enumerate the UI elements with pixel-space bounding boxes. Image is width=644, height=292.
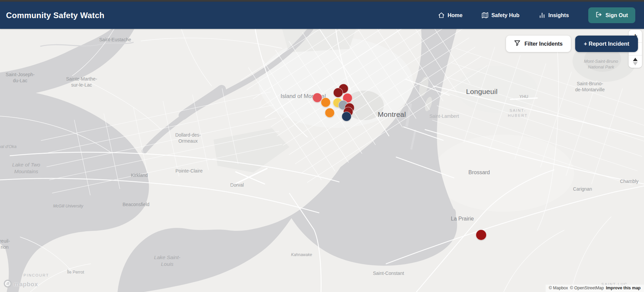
filter-incidents-button[interactable]: Filter Incidents (506, 36, 571, 52)
pitch-arrows-icon (633, 58, 638, 65)
improve-map-link[interactable]: Improve this map (606, 286, 641, 290)
app-header: Community Safety Watch Home Safety Hub (0, 2, 644, 29)
incident-marker[interactable] (325, 108, 335, 118)
map-attribution: © Mapbox © OpenStreetMap Improve this ma… (546, 285, 644, 292)
filter-incidents-label: Filter Incidents (524, 41, 563, 47)
nav-item-label: Safety Hub (491, 12, 519, 18)
app-title: Community Safety Watch (6, 11, 104, 20)
map-toolbar: Filter Incidents + Report Incident (506, 36, 638, 52)
mapbox-logo[interactable]: mapbox (3, 279, 38, 289)
nav-item-insights[interactable]: Insights (539, 12, 569, 18)
map-icon (482, 12, 488, 18)
sign-out-button[interactable]: Sign Out (588, 7, 635, 23)
mapbox-logo-text: mapbox (14, 281, 38, 288)
map-base (0, 29, 644, 292)
nav-item-label: Insights (548, 12, 569, 18)
incident-marker[interactable] (342, 112, 352, 121)
incident-marker[interactable] (333, 88, 343, 98)
incident-marker[interactable] (476, 230, 487, 240)
attribution-osm-link[interactable]: © OpenStreetMap (570, 286, 604, 290)
incident-marker[interactable] (321, 98, 331, 107)
sign-out-icon (596, 11, 602, 19)
nav-item-label: Home (448, 12, 462, 18)
main-nav: Home Safety Hub Insights (438, 7, 635, 23)
pitch-toggle-button[interactable] (629, 55, 642, 68)
funnel-icon (514, 40, 520, 48)
nav-item-safety-hub[interactable]: Safety Hub (482, 12, 519, 18)
mapbox-logo-icon (3, 279, 12, 289)
home-icon (438, 12, 445, 18)
report-incident-button[interactable]: + Report Incident (575, 36, 638, 52)
sign-out-label: Sign Out (605, 12, 628, 18)
map-canvas[interactable]: Saint-EustacheSaint-Joseph- du-LacSainte… (0, 29, 644, 292)
bar-chart-icon (539, 12, 545, 18)
attribution-mapbox-link[interactable]: © Mapbox (549, 286, 568, 290)
nav-item-home[interactable]: Home (438, 12, 462, 18)
